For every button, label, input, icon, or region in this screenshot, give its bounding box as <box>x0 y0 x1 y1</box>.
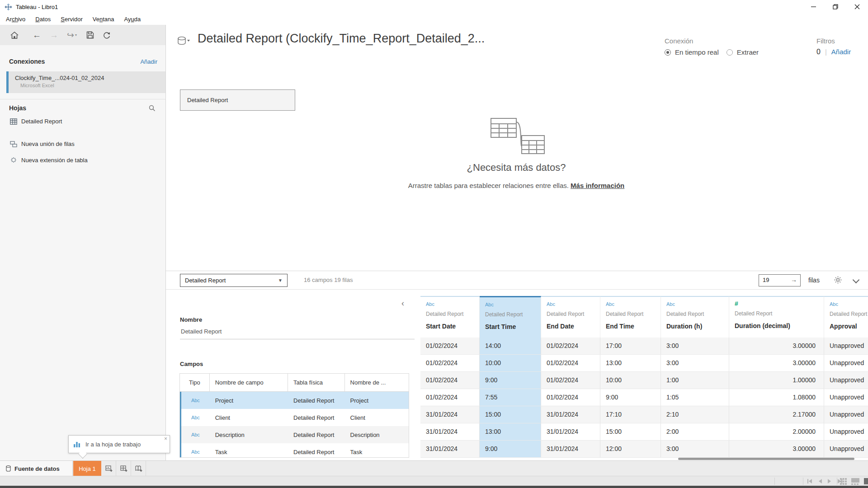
grid-cell[interactable]: 10:00 <box>600 372 661 389</box>
string-type-icon[interactable]: Abc <box>830 301 868 307</box>
fields-table-column-header[interactable]: Nombre de campo <box>210 374 288 391</box>
grid-cell[interactable]: 2.00000 <box>729 423 824 440</box>
column-header-duration-decimal-[interactable]: #Detailed ReportDuration (decimal) <box>729 296 824 338</box>
grid-cell[interactable]: 2:00 <box>661 423 729 440</box>
grid-cell[interactable]: 31/01/2024 <box>541 441 600 457</box>
live-radio[interactable] <box>665 49 671 56</box>
rows-submit-arrow-icon[interactable]: → <box>791 276 797 283</box>
string-type-icon[interactable]: Abc <box>547 301 600 307</box>
grid-cell[interactable]: 13:00 <box>480 423 541 440</box>
menu-servidor[interactable]: Servidor <box>56 14 87 24</box>
grid-cell[interactable]: 9:00 <box>600 389 661 406</box>
grid-cell[interactable]: 3:00 <box>661 355 729 371</box>
connection-item[interactable]: Clockify_Time_...024-01_02_2024 Microsof… <box>6 71 165 93</box>
grid-cell[interactable]: 31/01/2024 <box>541 423 600 440</box>
grid-cell[interactable]: 1:05 <box>661 389 729 406</box>
name-field[interactable]: Detailed Report <box>180 328 415 339</box>
menu-ayuda[interactable]: Ayuda <box>119 14 146 24</box>
table-node-detailed-report[interactable]: Detailed Report <box>180 89 295 111</box>
extract-radio[interactable] <box>726 49 733 56</box>
grid-cell[interactable]: 10:00 <box>480 355 541 371</box>
tab-data-source[interactable]: Fuente de datos <box>0 461 73 476</box>
grid-cell[interactable]: Unapproved <box>824 355 868 371</box>
grid-cell[interactable]: Unapproved <box>824 372 868 389</box>
grid-cell[interactable]: Unapproved <box>824 406 868 423</box>
grid-cell[interactable]: 9:00 <box>480 372 541 389</box>
save-icon[interactable] <box>86 31 94 39</box>
grid-cell[interactable]: 17:00 <box>600 338 661 354</box>
grid-cell[interactable]: 17:10 <box>600 406 661 423</box>
grid-cell[interactable]: 31/01/2024 <box>420 441 480 457</box>
grid-cell[interactable]: 15:00 <box>480 406 541 423</box>
grid-cell[interactable]: 01/02/2024 <box>420 389 480 406</box>
new-dashboard-button[interactable] <box>117 461 131 476</box>
extract-radio-label[interactable]: Extraer <box>737 48 759 56</box>
grid-cell[interactable]: 3:00 <box>661 441 729 457</box>
close-button[interactable] <box>846 0 868 14</box>
grid-cell[interactable]: 7:55 <box>480 389 541 406</box>
column-header-start-date[interactable]: AbcDetailed ReportStart Date <box>420 296 480 338</box>
column-header-end-date[interactable]: AbcDetailed ReportEnd Date <box>541 296 600 338</box>
filters-add-link[interactable]: Añadir <box>831 48 851 56</box>
new-table-extension-item[interactable]: Nueva extensión de tabla <box>10 157 88 164</box>
live-radio-label[interactable]: En tiempo real <box>675 48 719 56</box>
minimize-button[interactable] <box>803 0 825 14</box>
menu-ventana[interactable]: Ventana <box>88 14 119 24</box>
grid-cell[interactable]: Unapproved <box>824 389 868 406</box>
grid-cell[interactable]: 01/02/2024 <box>541 372 600 389</box>
datasource-icon[interactable] <box>177 36 191 51</box>
fields-table-column-header[interactable]: Nombre de ... <box>345 374 409 391</box>
grid-cell[interactable]: 1.00000 <box>729 372 824 389</box>
menu-archivo[interactable]: Archivo <box>1 14 30 24</box>
undo-menu-caret-icon[interactable]: ▾ <box>75 33 77 37</box>
tooltip-close-icon[interactable]: × <box>164 436 167 442</box>
grid-cell[interactable]: 3:00 <box>661 338 729 354</box>
home-icon[interactable] <box>10 31 19 39</box>
first-page-icon[interactable] <box>807 479 812 483</box>
next-page-icon[interactable] <box>828 479 831 483</box>
rows-count-input-box[interactable]: → <box>759 274 801 286</box>
string-type-icon[interactable]: Abc <box>485 302 541 307</box>
field-row-project[interactable]: AbcProjectDetailed ReportProject <box>180 392 409 409</box>
grid-cell[interactable]: 31/01/2024 <box>420 406 480 423</box>
grid-cell[interactable]: 01/02/2024 <box>541 338 600 354</box>
new-worksheet-button[interactable] <box>102 461 116 476</box>
chevron-down-icon[interactable] <box>854 277 859 283</box>
grid-cell[interactable]: 31/01/2024 <box>541 406 600 423</box>
grid-cell[interactable]: 01/02/2024 <box>420 372 480 389</box>
filmstrip-view-icon[interactable] <box>851 478 859 485</box>
field-row-description[interactable]: AbcDescriptionDetailed ReportDescription <box>180 426 409 443</box>
back-icon[interactable]: ← <box>33 30 41 40</box>
restore-button[interactable] <box>825 0 846 14</box>
grid-cell[interactable]: 01/02/2024 <box>541 389 600 406</box>
horizontal-scrollbar[interactable] <box>678 458 854 460</box>
grid-cell[interactable]: Unapproved <box>824 338 868 354</box>
grid-cell[interactable]: Unapproved <box>824 423 868 440</box>
grid-cell[interactable]: 2.17000 <box>729 406 824 423</box>
grid-cell[interactable]: 3.00000 <box>729 441 824 457</box>
column-header-start-time[interactable]: AbcDetailed ReportStart Time <box>480 296 541 338</box>
grid-cell[interactable]: 12:00 <box>600 441 661 457</box>
sheet-item-detailed-report[interactable]: Detailed Report <box>10 118 62 125</box>
column-header-duration-h-[interactable]: AbcDetailed ReportDuration (h) <box>661 296 729 338</box>
gear-icon[interactable] <box>834 276 842 284</box>
grid-cell[interactable]: 14:00 <box>480 338 541 354</box>
more-info-link[interactable]: Más información <box>571 182 624 189</box>
grid-cell[interactable]: 1:00 <box>661 372 729 389</box>
number-type-icon[interactable]: # <box>735 301 824 306</box>
grid-cell[interactable]: 01/02/2024 <box>541 355 600 371</box>
grid-cell[interactable]: 9:00 <box>480 441 541 457</box>
undo-icon[interactable]: ↪ <box>67 30 74 40</box>
field-row-task[interactable]: AbcTaskDetailed ReportTask <box>180 443 409 458</box>
new-story-button[interactable] <box>132 461 146 476</box>
grid-cell[interactable]: 2:10 <box>661 406 729 423</box>
grid-cell[interactable]: Unapproved <box>824 441 868 457</box>
grid-cell[interactable]: 01/02/2024 <box>420 355 480 371</box>
grid-view-icon[interactable] <box>840 478 847 485</box>
new-union-item[interactable]: Nueva unión de filas <box>10 141 75 147</box>
field-row-client[interactable]: AbcClientDetailed ReportClient <box>180 409 409 426</box>
tab-hoja-1[interactable]: Hoja 1 <box>73 461 101 476</box>
string-type-icon[interactable]: Abc <box>426 301 479 307</box>
previous-page-icon[interactable] <box>818 479 822 483</box>
refresh-icon[interactable] <box>103 31 111 39</box>
